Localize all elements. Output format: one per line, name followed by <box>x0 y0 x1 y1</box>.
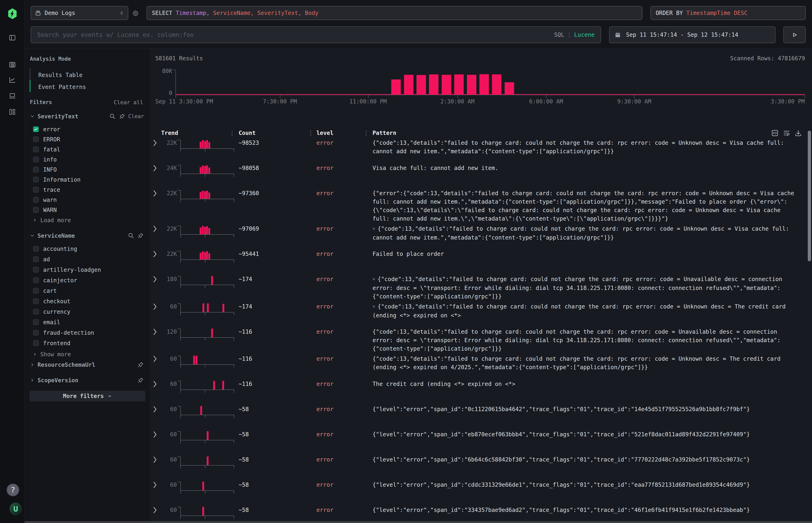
chevron-right-icon[interactable] <box>30 378 35 383</box>
pattern-row[interactable]: 60~58error{"level":"error","span_id":"33… <box>151 506 812 521</box>
filter-option-frontend[interactable]: frontend <box>33 338 145 348</box>
col-handle-icon[interactable] <box>310 131 312 136</box>
filter-option-fatal[interactable]: fatal <box>33 144 145 155</box>
checkbox-unchecked[interactable] <box>33 277 39 283</box>
pin-icon[interactable] <box>137 361 144 368</box>
mode-sql[interactable]: SQL <box>554 32 564 38</box>
pattern-row[interactable]: 60~174error✕{"code":13,"details":"failed… <box>151 303 812 328</box>
filter-option-error[interactable]: error <box>33 124 145 134</box>
checkbox-unchecked[interactable] <box>33 319 39 325</box>
date-range-picker[interactable]: Sep 11 15:47:14 - Sep 12 15:47:14 <box>609 26 776 43</box>
filter-show-more[interactable]: Show more <box>33 350 71 359</box>
filter-option-email[interactable]: email <box>33 317 145 327</box>
pattern-row[interactable]: 120~116error{"code":13,"details":"failed… <box>151 328 812 355</box>
download-icon[interactable] <box>794 129 802 137</box>
filter-group-name[interactable]: ScopeVersion <box>37 377 78 384</box>
filter-option-Information[interactable]: Information <box>33 175 145 185</box>
more-filters-button[interactable]: More filters <box>30 391 145 401</box>
run-query-button[interactable] <box>783 26 806 43</box>
chevron-down-icon[interactable] <box>30 233 35 238</box>
pattern-row[interactable]: 60~58error{"level":"error","span_id":"0c… <box>151 405 812 430</box>
checkbox-unchecked[interactable] <box>33 299 39 304</box>
filter-option-ERROR[interactable]: ERROR <box>33 134 145 144</box>
pattern-row[interactable]: 60~58error{"level":"error","span_id":"cd… <box>151 481 812 506</box>
horizontal-scrollbar[interactable] <box>0 521 812 523</box>
filter-option-currency[interactable]: currency <box>33 307 145 317</box>
filter-group-name[interactable]: ServiceName <box>37 233 75 239</box>
dismiss-x-icon[interactable]: ✕ <box>372 302 375 311</box>
checkbox-checked[interactable] <box>33 126 39 132</box>
filter-option-cainjector[interactable]: cainjector <box>33 275 145 285</box>
pattern-row[interactable]: 60~116errorThe credit card (ending <*> e… <box>151 380 812 405</box>
checkbox-unchecked[interactable] <box>33 340 39 346</box>
pin-icon[interactable] <box>137 377 144 384</box>
filter-option-info[interactable]: info <box>33 155 145 164</box>
filter-group-name[interactable]: ResourceSchemaUrl <box>37 361 95 368</box>
checkbox-unchecked[interactable] <box>33 177 39 182</box>
checkbox-unchecked[interactable] <box>33 246 39 252</box>
checkbox-unchecked[interactable] <box>33 309 39 314</box>
filter-clear[interactable]: Clear <box>128 113 144 119</box>
dashboards-icon[interactable] <box>0 108 24 116</box>
checkbox-unchecked[interactable] <box>33 288 39 293</box>
chevron-right-icon[interactable] <box>30 362 35 367</box>
mode-lucene[interactable]: Lucene <box>574 32 595 38</box>
pattern-row[interactable]: 24K~98058errorVisa cache full: cannot ad… <box>151 164 812 189</box>
filter-option-cart[interactable]: cart <box>33 286 145 296</box>
chevron-down-icon[interactable] <box>30 114 35 119</box>
order-by-input[interactable]: ORDER BY TimestampTime DESC <box>650 6 806 20</box>
search-logs-icon[interactable] <box>0 61 24 69</box>
pattern-row[interactable]: 22K~97360error{"error":{"code":13,"detai… <box>151 189 812 224</box>
filter-option-INFO[interactable]: INFO <box>33 164 145 175</box>
checkbox-unchecked[interactable] <box>33 197 39 203</box>
filter-option-fraud-detection[interactable]: fraud-detection <box>33 328 145 338</box>
vertical-scrollbar-thumb[interactable] <box>808 131 811 261</box>
pattern-row[interactable]: 180~174error✕{"code":13,"details":"faile… <box>151 275 812 303</box>
filter-option-accounting[interactable]: accounting <box>33 244 145 254</box>
checkbox-unchecked[interactable] <box>33 167 39 173</box>
checkbox-unchecked[interactable] <box>33 147 39 152</box>
dismiss-x-icon[interactable]: ✕ <box>372 224 375 233</box>
filter-option-artillery-loadgen[interactable]: artillery-loadgen <box>33 265 145 275</box>
filter-search-icon[interactable] <box>109 113 116 120</box>
toggle-sidebar-icon[interactable] <box>0 34 24 41</box>
filter-option-ad[interactable]: ad <box>33 254 145 264</box>
sessions-icon[interactable] <box>0 92 24 100</box>
pin-icon[interactable] <box>137 232 144 239</box>
mode-results-table[interactable]: Results Table <box>38 72 83 78</box>
filter-option-checkout[interactable]: checkout <box>33 296 145 306</box>
col-handle-icon[interactable] <box>366 131 367 136</box>
pattern-row[interactable]: 60~58error{"level":"error","span_id":"6b… <box>151 455 812 481</box>
sql-select-input[interactable]: SELECT Timestamp, ServiceName, SeverityT… <box>147 6 642 20</box>
filter-search-icon[interactable] <box>128 233 134 239</box>
filter-load-more[interactable]: Load more <box>33 216 71 224</box>
filter-group-name[interactable]: SeverityText <box>37 113 78 120</box>
source-settings-button[interactable] <box>132 10 139 17</box>
checkbox-unchecked[interactable] <box>33 267 39 273</box>
checkbox-unchecked[interactable] <box>33 157 39 162</box>
pattern-row[interactable]: 22K~97069error✕{"code":13,"details":"fai… <box>151 224 812 250</box>
pattern-row[interactable]: 60~58error{"level":"error","span_id":"eb… <box>151 430 812 455</box>
source-select[interactable]: Demo Logs <box>31 6 128 20</box>
search-input[interactable]: Search your events w/ Lucene ex. column:… <box>31 26 601 43</box>
pattern-row[interactable]: 60~116error{"code":13,"details":"failed … <box>151 355 812 380</box>
chart-explorer-icon[interactable] <box>0 76 24 84</box>
checkbox-unchecked[interactable] <box>33 187 39 193</box>
mode-event-patterns[interactable]: Event Patterns <box>38 84 86 90</box>
checkbox-unchecked[interactable] <box>33 330 39 336</box>
pattern-row[interactable]: 22K~95441errorFailed to place order <box>151 250 812 275</box>
filter-option-warn[interactable]: warn <box>33 195 145 205</box>
hyperdx-logo-icon[interactable] <box>0 8 24 20</box>
filter-option-trace[interactable]: trace <box>33 185 145 195</box>
col-handle-icon[interactable] <box>232 131 233 136</box>
user-avatar[interactable]: U <box>3 503 28 515</box>
checkbox-unchecked[interactable] <box>33 137 39 142</box>
results-histogram[interactable]: 80K0Sep 11 3:30:00 PM7:30:00 PM11:00:00 … <box>151 49 812 105</box>
help-button[interactable]: ? <box>1 484 25 497</box>
clear-all-filters[interactable]: Clear all <box>114 99 143 105</box>
dismiss-x-icon[interactable]: ✕ <box>372 275 375 283</box>
view-code-icon[interactable] <box>771 129 779 137</box>
wrap-text-icon[interactable] <box>783 129 790 137</box>
pin-icon[interactable] <box>119 113 125 120</box>
checkbox-unchecked[interactable] <box>33 256 39 262</box>
